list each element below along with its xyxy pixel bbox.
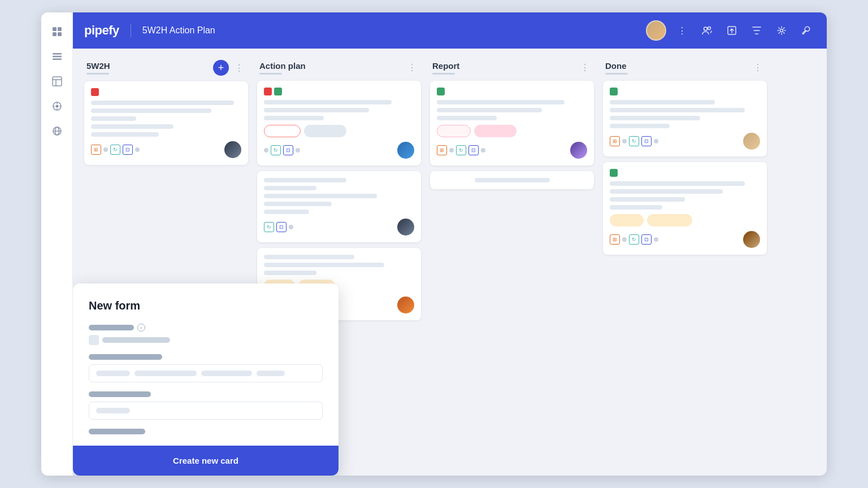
people-icon[interactable] xyxy=(698,21,716,40)
card-icon-dot-ap1-2 xyxy=(296,148,300,152)
card-badge-r1-2 xyxy=(474,125,517,137)
card-5w2h-1[interactable]: ⊞ ↻ ⊡ xyxy=(84,81,248,165)
tag-green-d1 xyxy=(610,88,618,95)
column-header-done: Done ⋮ xyxy=(603,60,767,75)
svg-rect-3 xyxy=(58,32,62,36)
card-icons-d1: ⊞ ↻ ⊡ xyxy=(610,136,658,146)
form-tag-icon xyxy=(89,335,99,345)
sidebar xyxy=(41,12,73,476)
card-line-d2-3 xyxy=(610,197,685,202)
card-badge-row-d2 xyxy=(610,214,760,226)
card-icon-teal: ↻ xyxy=(110,145,120,155)
column-title-5w2h: 5W2H xyxy=(86,61,110,71)
svg-rect-4 xyxy=(53,53,62,55)
input-ph-5 xyxy=(96,408,130,413)
logo-text: pipefy xyxy=(84,23,119,38)
create-new-card-button[interactable]: Create new card xyxy=(73,446,338,476)
svg-rect-5 xyxy=(53,56,62,58)
card-line-r1-2 xyxy=(437,108,542,112)
page-title: 5W2H Action Plan xyxy=(142,25,215,36)
tag-red xyxy=(91,88,99,96)
card-icon-orange-r1: ⊞ xyxy=(437,145,447,155)
card-icons-ap2: ↻ ⊡ xyxy=(264,222,293,232)
column-title-group-report: Report xyxy=(432,61,459,75)
column-menu-button-done[interactable]: ⋮ xyxy=(751,60,765,75)
card-badge-row-r1 xyxy=(437,125,587,137)
card-tag-row-r1 xyxy=(437,88,587,95)
card-icon-dot-d1 xyxy=(622,139,627,143)
card-icon-dot-r1-2 xyxy=(481,148,485,152)
sidebar-item-table[interactable] xyxy=(47,71,67,91)
svg-point-22 xyxy=(780,29,783,32)
form-field-1: i xyxy=(89,324,323,345)
card-footer-ap2: ↻ ⊡ xyxy=(264,219,414,236)
form-bottom-label xyxy=(89,429,145,434)
tag-green-ap1 xyxy=(274,88,282,95)
form-label-1 xyxy=(89,325,134,330)
svg-rect-1 xyxy=(58,27,62,31)
column-title-report: Report xyxy=(432,61,459,71)
column-title-group-ap: Action plan xyxy=(259,61,306,75)
form-input-2-container[interactable] xyxy=(89,402,323,420)
card-icon-dot-ap1 xyxy=(264,148,268,152)
card-icon-blue-ap1: ⊡ xyxy=(283,145,293,155)
card-report-1[interactable]: ⊞ ↻ ⊡ xyxy=(430,81,594,165)
input-ph-4 xyxy=(257,371,285,376)
card-line-r1-1 xyxy=(437,100,565,104)
card-footer-d2: ⊞ ↻ ⊡ xyxy=(610,231,760,248)
card-ap-1[interactable]: ↻ ⊡ xyxy=(257,81,421,165)
svg-point-19 xyxy=(704,27,708,30)
column-menu-button-ap[interactable]: ⋮ xyxy=(405,60,419,75)
form-body: New form i xyxy=(73,284,338,446)
svg-point-11 xyxy=(55,105,58,108)
card-line-5 xyxy=(91,132,159,137)
card-footer-r1: ⊞ ↻ ⊡ xyxy=(437,142,587,159)
card-report-skeleton xyxy=(430,171,594,189)
input-ph-2 xyxy=(134,371,197,376)
column-menu-button-5w2h[interactable]: ⋮ xyxy=(232,60,246,76)
card-done-2[interactable]: ⊞ ↻ ⊡ xyxy=(603,162,767,255)
avatar[interactable] xyxy=(646,20,666,41)
sidebar-item-automation[interactable] xyxy=(47,96,67,116)
filter-icon[interactable] xyxy=(748,21,766,40)
card-done-1[interactable]: ⊞ ↻ ⊡ xyxy=(603,81,767,156)
card-avatar-ap2 xyxy=(397,219,414,236)
sidebar-item-grid[interactable] xyxy=(47,21,67,42)
card-badge-d2-1 xyxy=(610,214,644,226)
card-icon-blue: ⊡ xyxy=(123,145,133,155)
card-icon-dot-d2-2 xyxy=(654,237,658,242)
column-header-5w2h: 5W2H + ⋮ xyxy=(84,60,248,76)
form-input-1-container[interactable] xyxy=(89,364,323,382)
skeleton-line xyxy=(475,178,550,182)
wrench-icon[interactable] xyxy=(797,21,815,40)
column-title-bar-done xyxy=(605,73,628,75)
card-line-d2-1 xyxy=(610,181,745,186)
header-divider xyxy=(131,24,131,37)
export-icon[interactable] xyxy=(723,21,741,40)
card-line-2 xyxy=(91,108,211,113)
add-card-button-5w2h[interactable]: + xyxy=(213,60,229,76)
card-avatar-d1 xyxy=(743,133,760,150)
svg-rect-0 xyxy=(53,27,57,31)
form-tag-placeholder xyxy=(102,337,170,343)
card-icon-teal-ap2: ↻ xyxy=(264,222,274,232)
input-ph-1 xyxy=(96,371,130,376)
card-icon-orange-d2: ⊞ xyxy=(610,234,620,245)
card-icon-dot-d2 xyxy=(622,237,627,242)
header: pipefy 5W2H Action Plan ⋮ xyxy=(73,12,827,49)
settings-icon[interactable] xyxy=(772,21,791,40)
card-footer-1: ⊞ ↻ ⊡ xyxy=(91,141,241,158)
card-line-d2-2 xyxy=(610,189,723,194)
card-line-ap2-2 xyxy=(264,186,316,190)
card-badge-d2-2 xyxy=(647,214,692,226)
sidebar-item-globe[interactable] xyxy=(47,121,67,141)
card-line-d1-4 xyxy=(610,124,670,128)
header-more-button[interactable]: ⋮ xyxy=(673,21,691,40)
tag-green-r1 xyxy=(437,88,445,95)
form-title: New form xyxy=(89,299,323,312)
card-icon-blue-d1: ⊡ xyxy=(641,136,652,146)
sidebar-item-list[interactable] xyxy=(47,46,67,67)
card-icon-teal-ap1: ↻ xyxy=(271,145,281,155)
column-menu-button-report[interactable]: ⋮ xyxy=(578,60,592,75)
card-ap-2[interactable]: ↻ ⊡ xyxy=(257,171,421,242)
